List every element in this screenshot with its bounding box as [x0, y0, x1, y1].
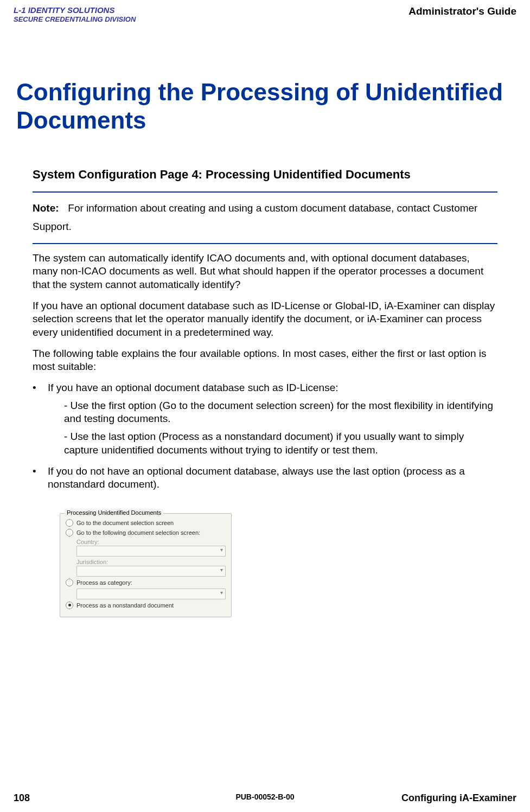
bullet-item-1: If you have an optional document databas… — [33, 381, 497, 457]
note-text: For information about creating and using… — [33, 202, 477, 232]
header-guide-title: Administrator's Guide — [408, 5, 516, 17]
publication-id: PUB-00052-B-00 — [235, 792, 294, 801]
paragraph-2: If you have an optional document databas… — [33, 299, 497, 340]
footer-section: Configuring iA-Examiner — [401, 792, 516, 804]
page-header: L-1 IDENTITY SOLUTIONS SECURE CREDENTIAL… — [0, 0, 530, 24]
divider-top — [33, 191, 497, 193]
radio-option-1-label: Go to the document selection screen — [76, 520, 174, 526]
radio-option-4-label: Process as a nonstandard document — [76, 602, 174, 609]
bullet-1-sub1: - Use the first option (Go to the docume… — [64, 399, 497, 426]
radio-option-2-row[interactable]: Go to the following document selection s… — [66, 529, 226, 536]
radio-icon[interactable] — [66, 529, 73, 536]
radio-option-3-row[interactable]: Process as category: — [66, 579, 226, 586]
bullet-item-2: If you do not have an optional document … — [33, 465, 497, 491]
category-combobox[interactable] — [76, 589, 226, 599]
bullet-list: If you have an optional document databas… — [33, 381, 497, 491]
logo-line1: L-1 IDENTITY SOLUTIONS — [14, 5, 136, 15]
logo-line2: SECURE CREDENTIALING DIVISION — [14, 15, 136, 24]
page-footer: 108 PUB-00052-B-00 Configuring iA-Examin… — [0, 792, 530, 804]
bullet-1-sub2: - Use the last option (Process as a nons… — [64, 430, 497, 457]
radio-icon[interactable] — [66, 579, 73, 586]
radio-icon[interactable] — [66, 519, 73, 527]
paragraph-3: The following table explains the four av… — [33, 347, 497, 374]
radio-option-3-label: Process as category: — [76, 579, 132, 586]
panel-title: Processing Unidentified Documents — [65, 509, 163, 516]
country-combobox[interactable] — [76, 546, 226, 557]
section-subtitle: System Configuration Page 4: Processing … — [33, 168, 497, 182]
paragraph-1: The system can automatically identify IC… — [33, 252, 497, 292]
jurisdiction-combobox[interactable] — [76, 566, 226, 577]
bullet-2-text: If you do not have an optional document … — [48, 465, 497, 491]
radio-option-1-row[interactable]: Go to the document selection screen — [66, 519, 226, 527]
country-label: Country: — [76, 539, 226, 545]
brand-logo: L-1 IDENTITY SOLUTIONS SECURE CREDENTIAL… — [14, 5, 136, 24]
radio-option-2-label: Go to the following document selection s… — [76, 529, 200, 536]
jurisdiction-label: Jurisdiction: — [76, 559, 226, 565]
page-title: Configuring the Processing of Unidentifi… — [16, 78, 530, 136]
page-number: 108 — [14, 792, 30, 804]
note-label: Note: — [33, 199, 65, 218]
bullet-1-intro: If you have an optional document databas… — [48, 382, 339, 393]
config-panel: Processing Unidentified Documents Go to … — [60, 513, 232, 617]
radio-option-4-row[interactable]: Process as a nonstandard document — [66, 602, 226, 609]
divider-bottom — [33, 243, 497, 244]
note-block: Note: For information about creating and… — [33, 199, 497, 236]
radio-icon-selected[interactable] — [66, 602, 73, 609]
